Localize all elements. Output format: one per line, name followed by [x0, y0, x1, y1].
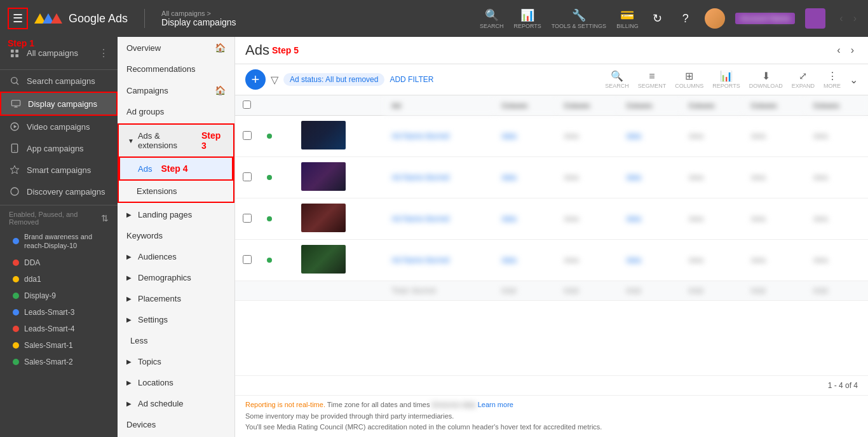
sidebar-item-discovery[interactable]: Discovery campaigns: [0, 181, 118, 202]
sidebar-item-display[interactable]: Display campaigns: [0, 92, 118, 116]
sub-item-devices[interactable]: Devices: [118, 414, 234, 435]
avatar[interactable]: [705, 8, 725, 29]
sidebar-item-search[interactable]: Search campaigns Step 2: [0, 70, 118, 92]
app-icon[interactable]: [805, 8, 825, 29]
sub-item-campaigns[interactable]: Campaigns 🏠: [118, 80, 234, 101]
search-nav-icon: 🔍: [485, 8, 499, 22]
sidebar-item-smart[interactable]: Smart campaigns: [0, 159, 118, 181]
status-dot: [267, 216, 272, 221]
toolbar-segment[interactable]: ≡ SEGMENT: [638, 71, 667, 89]
col7-header: Column: [806, 95, 868, 116]
sub-item-placements[interactable]: ▶ Placements: [118, 288, 234, 309]
sub-item-keywords[interactable]: Keywords: [118, 225, 234, 246]
nav-prev-next: ‹ ›: [836, 11, 860, 25]
ad-name[interactable]: Ad Name blurred: [384, 240, 494, 281]
filter-icon[interactable]: ▽: [271, 74, 278, 86]
all-campaigns-dots[interactable]: ⋮: [98, 47, 109, 59]
tools-nav-button[interactable]: 🔧 TOOLS & SETTINGS: [552, 8, 606, 29]
svg-point-4: [11, 78, 17, 83]
sub-item-locations[interactable]: ▶ Locations: [118, 372, 234, 393]
toolbar-search[interactable]: 🔍 SEARCH: [605, 70, 629, 89]
campaign-item-3[interactable]: Display-9: [0, 288, 118, 304]
sub-item-demographics[interactable]: ▶ Demographics: [118, 267, 234, 288]
sub-item-landing-pages[interactable]: ▶ Landing pages: [118, 204, 234, 225]
ad-name[interactable]: Ad Name blurred: [384, 198, 494, 240]
sub-item-extensions[interactable]: Extensions: [119, 181, 233, 202]
sub-item-topics[interactable]: ▶ Topics: [118, 351, 234, 372]
svg-rect-1: [15, 50, 18, 53]
campaign-item-0[interactable]: Brand awareness and reach-Display-10: [0, 228, 118, 254]
step1-annotation: Step 1: [8, 38, 34, 48]
prev-button[interactable]: ‹: [836, 11, 846, 25]
campaign-item-4[interactable]: Leads-Smart-3: [0, 304, 118, 321]
smart-campaigns-icon: [9, 164, 20, 176]
sub-item-recommendations[interactable]: Recommendations: [118, 59, 234, 80]
sub-item-ad-schedule[interactable]: ▶ Ad schedule: [118, 393, 234, 414]
checkbox-header: [235, 95, 259, 116]
reports-nav-button[interactable]: 📊 REPORTS: [513, 8, 541, 29]
ad-thumbnail: [301, 245, 346, 274]
arrow-icon: ▶: [126, 211, 132, 218]
add-filter-button[interactable]: ADD FILTER: [390, 75, 433, 84]
campaign-item-2[interactable]: dda1: [0, 271, 118, 288]
campaign-dot-6: [13, 342, 19, 349]
ad-col6: data: [743, 157, 806, 198]
ad-col-header: Ad: [384, 95, 494, 116]
sub-item-ads[interactable]: Ads Step 4: [119, 156, 233, 181]
collapse-columns-button[interactable]: ⌄: [850, 74, 858, 86]
ad-name[interactable]: Ad Name blurred: [384, 116, 494, 157]
hamburger-button[interactable]: ☰: [8, 8, 28, 29]
toolbar-reports[interactable]: 📊 REPORTS: [712, 70, 740, 89]
sub-item-overview[interactable]: Overview 🏠: [118, 37, 234, 59]
toolbar-reports-icon: 📊: [720, 70, 733, 82]
notice-line2: Some inventory may be provided through t…: [245, 412, 454, 420]
ad-col3: data: [557, 157, 619, 198]
search-nav-button[interactable]: 🔍 SEARCH: [480, 8, 504, 29]
less-divider[interactable]: Less: [118, 330, 234, 351]
sidebar-item-video[interactable]: Video campaigns: [0, 116, 118, 137]
row-checkbox[interactable]: [243, 255, 252, 264]
campaign-item-1[interactable]: DDA: [0, 254, 118, 271]
row-checkbox[interactable]: [243, 172, 252, 181]
account-badge[interactable]: Account Name: [735, 13, 796, 24]
help-button[interactable]: ?: [677, 10, 695, 27]
next-button[interactable]: ›: [850, 11, 860, 25]
campaign-item-5[interactable]: Leads-Smart-4: [0, 321, 118, 337]
toolbar-download[interactable]: ⬇ DOWNLOAD: [749, 70, 783, 89]
row-checkbox[interactable]: [243, 214, 252, 223]
sub-item-ad-groups[interactable]: Ad groups: [118, 101, 234, 122]
add-button[interactable]: +: [245, 69, 266, 90]
sort-icon[interactable]: ⇅: [101, 213, 109, 223]
summary-col3: total: [557, 281, 619, 301]
table-row: Ad Name blurred data data data data data…: [235, 157, 868, 198]
ad-col4: data: [619, 198, 681, 240]
toolbar-expand-icon: ⤢: [799, 70, 807, 82]
svg-rect-11: [11, 144, 17, 152]
content-next-button[interactable]: ›: [847, 43, 858, 57]
ad-col7: data: [806, 198, 868, 240]
step5-annotation: Step 5: [272, 45, 299, 55]
ad-name[interactable]: Ad Name blurred: [384, 157, 494, 198]
refresh-button[interactable]: ↻: [649, 10, 667, 27]
campaign-item-6[interactable]: Sales-Smart-1: [0, 337, 118, 354]
ads-extensions-toggle[interactable]: ▼ Ads & extensions Step 3: [119, 125, 233, 156]
toolbar-columns[interactable]: ⊞ COLUMNS: [675, 70, 703, 89]
sub-item-settings[interactable]: ▶ Settings: [118, 309, 234, 330]
billing-nav-button[interactable]: 💳 BILLING: [616, 8, 639, 29]
ad-col4: data: [619, 157, 681, 198]
arrow-icon-locations: ▶: [126, 379, 132, 386]
video-campaigns-icon: [9, 121, 20, 132]
toolbar-expand[interactable]: ⤢ EXPAND: [792, 70, 815, 89]
learn-more-link[interactable]: Learn more: [478, 401, 513, 408]
summary-row: Total: blurred total total total total t…: [235, 281, 868, 301]
sub-item-audiences[interactable]: ▶ Audiences: [118, 246, 234, 267]
toolbar-more[interactable]: ⋮ MORE: [824, 70, 841, 89]
ad-thumbnail: [301, 162, 346, 191]
campaign-item-7[interactable]: Sales-Smart-2: [0, 354, 118, 370]
sidebar-item-app[interactable]: App campaigns: [0, 137, 118, 159]
content-prev-button[interactable]: ‹: [833, 43, 844, 57]
table-row: Ad Name blurred data data data data data…: [235, 240, 868, 281]
svg-marker-10: [14, 125, 17, 128]
row-checkbox[interactable]: [243, 131, 252, 140]
select-all-checkbox[interactable]: [243, 101, 251, 109]
